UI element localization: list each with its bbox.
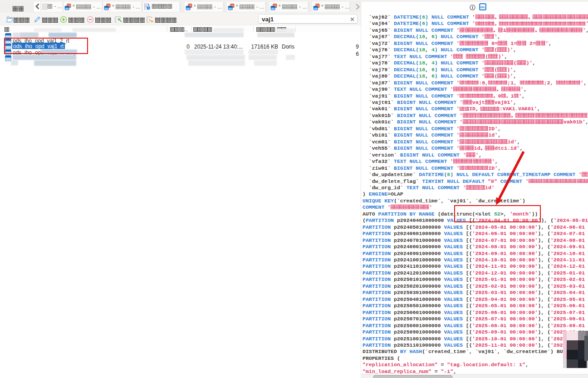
svg-text:DDL: DDL [480,6,485,9]
